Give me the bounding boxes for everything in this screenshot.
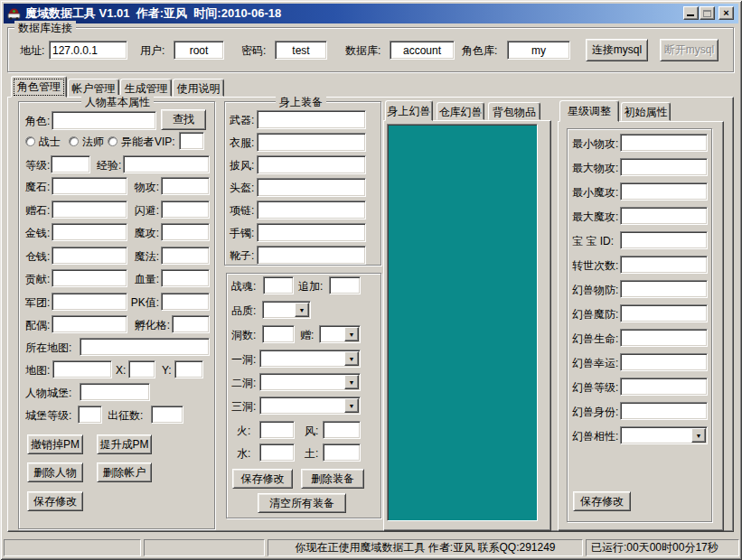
holes-input[interactable] — [262, 325, 295, 343]
role-input[interactable] — [52, 111, 156, 130]
stat-input[interactable] — [161, 293, 210, 311]
user-input[interactable] — [174, 41, 224, 60]
stat-input[interactable] — [52, 201, 127, 219]
exp-input[interactable] — [123, 155, 210, 173]
slot-input[interactable] — [257, 133, 366, 152]
wind-input[interactable] — [323, 421, 361, 439]
promote-pm-button[interactable]: 提升成PM — [97, 434, 152, 454]
gift-combo[interactable]: ▼ — [319, 325, 361, 343]
star-field-input[interactable] — [620, 231, 708, 249]
roledb-input[interactable] — [507, 41, 570, 60]
x-input[interactable] — [128, 360, 155, 378]
tab-initial-attributes[interactable]: 初始属性 — [621, 102, 671, 121]
slot-input[interactable] — [257, 223, 366, 242]
password-input[interactable] — [275, 41, 327, 60]
find-button[interactable]: 查找 — [161, 109, 206, 130]
close-button[interactable]: × — [719, 6, 734, 20]
quality-combo[interactable]: ▼ — [262, 301, 311, 319]
star-field-input[interactable] — [620, 158, 708, 176]
delete-account-button[interactable]: 删除帐户 — [97, 462, 152, 482]
tab-bag-items[interactable]: 背包物品 — [488, 102, 540, 120]
vip-input[interactable] — [179, 132, 204, 150]
stat-input[interactable] — [52, 177, 127, 195]
maximize-button[interactable] — [700, 6, 715, 20]
map-input[interactable] — [52, 360, 112, 378]
chevron-down-icon[interactable]: ▼ — [691, 428, 706, 443]
stat-input[interactable] — [161, 269, 210, 287]
append-input[interactable] — [329, 276, 361, 294]
chevron-down-icon[interactable]: ▼ — [344, 327, 359, 341]
database-input[interactable] — [390, 41, 455, 60]
radio-esper[interactable] — [108, 136, 117, 146]
delete-character-button[interactable]: 删除人物 — [27, 462, 83, 482]
pet-listbox[interactable] — [387, 124, 538, 521]
slot-input[interactable] — [257, 201, 366, 219]
disconnect-mysql-button[interactable]: 断开mysql — [660, 39, 719, 61]
stat-input[interactable] — [52, 269, 127, 287]
stat-input[interactable] — [52, 315, 127, 333]
water-input[interactable] — [259, 443, 295, 462]
save-star-button[interactable]: 保存修改 — [573, 491, 631, 511]
radio-mage[interactable] — [69, 136, 79, 146]
stat-input[interactable] — [172, 315, 210, 333]
star-field-input[interactable] — [620, 280, 708, 298]
expedition-input[interactable] — [151, 406, 183, 424]
chevron-down-icon[interactable]: ▼ — [295, 303, 309, 317]
stat-input[interactable] — [52, 223, 127, 241]
star-field-input[interactable] — [620, 304, 708, 322]
title-bar[interactable]: 魔域数据工具 V1.01 作者:亚风 时间:2010-06-18 × — [4, 4, 738, 23]
radio-warrior[interactable] — [25, 136, 35, 146]
chevron-down-icon[interactable]: ▼ — [344, 351, 359, 366]
castle-level-input[interactable] — [78, 406, 102, 424]
tab-star-adjust[interactable]: 星级调整 — [559, 100, 619, 122]
star-field-input[interactable] — [620, 134, 708, 152]
slot-input[interactable] — [257, 155, 366, 174]
clear-all-equipment-button[interactable]: 清空所有装备 — [258, 493, 346, 513]
stat-input[interactable] — [52, 247, 127, 265]
slot-input[interactable] — [257, 178, 366, 197]
star-field-input[interactable] — [620, 207, 708, 225]
hole3-combo[interactable]: ▼ — [259, 397, 361, 415]
current-map-input[interactable] — [80, 338, 210, 356]
y-input[interactable] — [174, 360, 203, 378]
save-equipment-button[interactable]: 保存修改 — [232, 469, 293, 489]
delete-equipment-button[interactable]: 删除装备 — [301, 469, 364, 489]
stat-input[interactable] — [52, 293, 127, 311]
tab-role-management[interactable]: 角色管理 — [11, 76, 67, 98]
stat-input[interactable] — [161, 247, 210, 265]
castle-input[interactable] — [80, 383, 150, 401]
star-field-input[interactable] — [620, 378, 708, 396]
hole2-combo[interactable]: ▼ — [259, 373, 361, 391]
fire-input[interactable] — [259, 421, 295, 439]
demote-pm-button[interactable]: 撤销掉PM — [27, 434, 83, 454]
connect-mysql-button[interactable]: 连接mysql — [586, 39, 648, 61]
minimize-icon — [687, 14, 694, 16]
tab-generate-management[interactable]: 生成管理 — [120, 79, 172, 97]
stat-input[interactable] — [161, 223, 210, 241]
chevron-down-icon[interactable]: ▼ — [344, 398, 359, 413]
slot-input[interactable] — [257, 110, 366, 129]
minimize-button[interactable] — [683, 6, 699, 20]
slot-input[interactable] — [257, 246, 366, 265]
hole1-combo[interactable]: ▼ — [259, 350, 361, 368]
star-field-input[interactable] — [620, 353, 708, 371]
star-field-input[interactable] — [620, 182, 708, 201]
star-field-input[interactable] — [620, 402, 708, 420]
stat-input[interactable] — [161, 201, 210, 219]
chevron-down-icon[interactable]: ▼ — [344, 375, 359, 389]
address-input[interactable] — [49, 41, 127, 60]
hole2-label: 二洞: — [231, 377, 256, 389]
star-field-input[interactable] — [620, 329, 708, 347]
tab-warehouse-pets[interactable]: 仓库幻兽 — [437, 102, 484, 120]
soul-input[interactable] — [263, 276, 294, 294]
pet-affinity-combo[interactable]: ▼ — [620, 426, 708, 444]
vip-label: VIP: — [155, 135, 175, 148]
tab-usage-help[interactable]: 使用说明 — [173, 79, 224, 97]
stat-input[interactable] — [161, 177, 210, 195]
level-input[interactable] — [51, 155, 90, 173]
earth-input[interactable] — [323, 443, 361, 462]
tab-account-management[interactable]: 帐户管理 — [68, 79, 119, 97]
tab-body-pets[interactable]: 身上幻兽 — [385, 100, 433, 121]
star-field-input[interactable] — [620, 256, 708, 274]
save-character-button[interactable]: 保存修改 — [27, 491, 83, 511]
